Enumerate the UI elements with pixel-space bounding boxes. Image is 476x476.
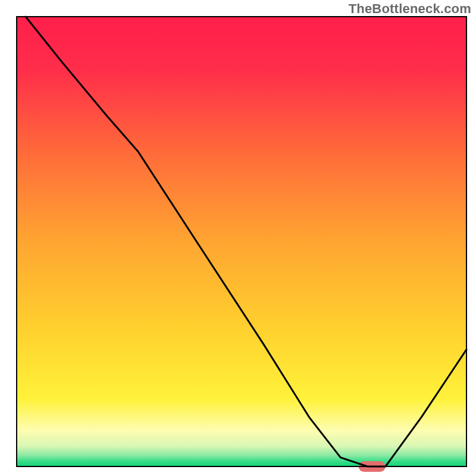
chart-container: TheBottleneck.com [0, 0, 476, 476]
gradient-background [17, 17, 466, 466]
bottleneck-chart [0, 0, 476, 476]
